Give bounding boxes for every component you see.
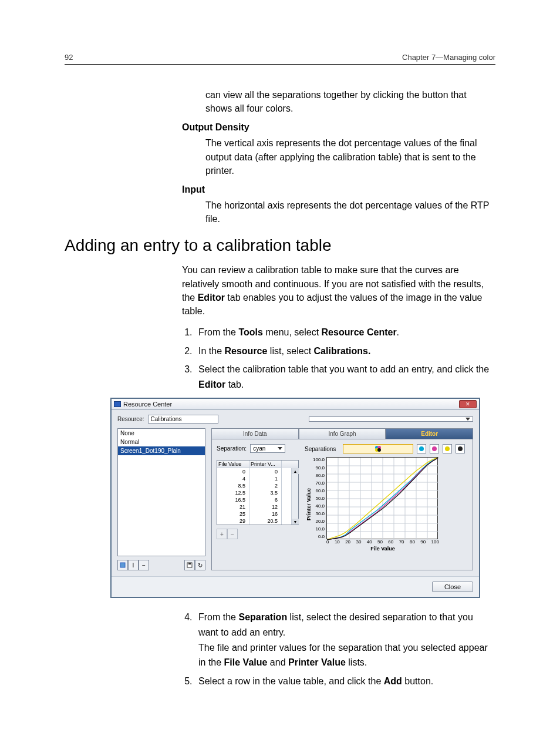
sep-all-button[interactable] [343,444,413,453]
chevron-down-icon [465,418,470,421]
resource-select[interactable]: Calibrations [148,415,218,424]
save-button[interactable] [184,560,195,570]
list-item[interactable]: Normal [118,438,205,446]
delete-button[interactable]: − [139,560,149,570]
step-2: In the Resource list, select Calibration… [195,344,495,359]
tab-info-data[interactable]: Info Data [211,428,299,439]
table-row[interactable]: 2112 [217,503,291,510]
svg-rect-0 [120,563,125,567]
table-row[interactable]: 8.52 [217,482,291,489]
refresh-button[interactable]: ↻ [195,560,205,570]
edit-button[interactable]: I [128,560,139,570]
tab-editor[interactable]: Editor [386,428,473,439]
table-row[interactable]: 41 [217,475,291,482]
step-4: From the Separation list, select the des… [195,610,495,670]
chevron-down-icon [278,447,282,450]
table-row[interactable]: 2516 [217,510,291,518]
resource-label: Resource: [117,416,144,422]
close-button[interactable]: Close [432,582,473,592]
section-title: Adding an entry to a calibration table [65,236,495,255]
term-output-density-body: The vertical axis represents the dot per… [205,136,495,177]
cyan-dot-icon [419,446,424,451]
section-paragraph: You can review a calibration table to ma… [182,263,495,318]
table-row[interactable]: 16.56 [217,496,291,503]
svg-point-6 [377,448,381,452]
yellow-dot-icon [445,446,450,451]
titlebar[interactable]: Resource Center ✕ [112,399,479,410]
calibration-list[interactable]: None Normal Screen1_Dot190_Plain [117,428,205,556]
resource-select-value: Calibrations [151,416,182,422]
tab-info-graph[interactable]: Info Graph [299,428,386,439]
intro-paragraph: can view all the separations together by… [205,88,495,115]
separations-label: Separations [305,446,336,452]
page-header: 92 Chapter 7—Managing color [65,53,495,65]
term-input: Input [182,184,495,195]
col-file-value[interactable]: File Value [217,461,249,468]
window-icon [114,401,121,407]
separation-label: Separation: [217,445,247,452]
term-input-body: The horizontal axis represents the dot p… [205,199,495,226]
scroll-down-icon[interactable]: ▼ [292,519,299,525]
dialog-title: Resource Center [123,401,172,408]
step-1: From the Tools menu, select Resource Cen… [195,325,495,340]
separation-select[interactable]: cyan [250,444,285,453]
table-row[interactable]: 2920.5 [217,518,291,525]
resource-secondary-select[interactable] [309,416,473,422]
black-dot-icon [458,446,463,451]
chapter-label: Chapter 7—Managing color [402,53,495,62]
magenta-dot-icon [432,446,437,451]
value-table[interactable]: File Value Printer V... 00418.5212.53.51… [217,460,299,525]
sep-black-button[interactable] [456,444,465,453]
page-number: 92 [65,53,73,62]
list-item[interactable]: None [118,429,205,438]
table-row[interactable]: 00 [217,468,291,475]
term-output-density: Output Density [182,122,495,133]
close-icon[interactable]: ✕ [459,400,477,408]
table-scrollbar[interactable]: ▲ ▼ [291,468,298,525]
chart-xlabel: File Value [326,546,439,552]
sep-yellow-button[interactable] [443,444,452,453]
add-entry-button[interactable]: + [217,529,227,539]
calibration-chart [326,457,438,539]
chart-yticks: 100.090.080.070.060.050.040.030.020.010.… [313,457,326,539]
svg-rect-2 [188,563,191,564]
sep-cyan-button[interactable] [417,444,426,453]
import-button[interactable] [117,560,128,570]
col-printer-value[interactable]: Printer V... [249,461,282,468]
chart-xticks: 0102030405060708090100 [326,539,439,545]
sep-magenta-button[interactable] [430,444,439,453]
scroll-up-icon[interactable]: ▲ [292,468,299,474]
chart-ylabel: Printer Value [305,457,313,552]
step-5: Select a row in the value table, and cli… [195,674,495,689]
list-item-selected[interactable]: Screen1_Dot190_Plain [118,446,205,455]
step-3: Select the calibration table that you wa… [195,362,495,392]
resource-center-dialog: Resource Center ✕ Resource: Calibrations… [110,398,480,598]
separation-value: cyan [253,445,265,452]
remove-entry-button[interactable]: − [227,529,238,539]
table-row[interactable]: 12.53.5 [217,489,291,496]
